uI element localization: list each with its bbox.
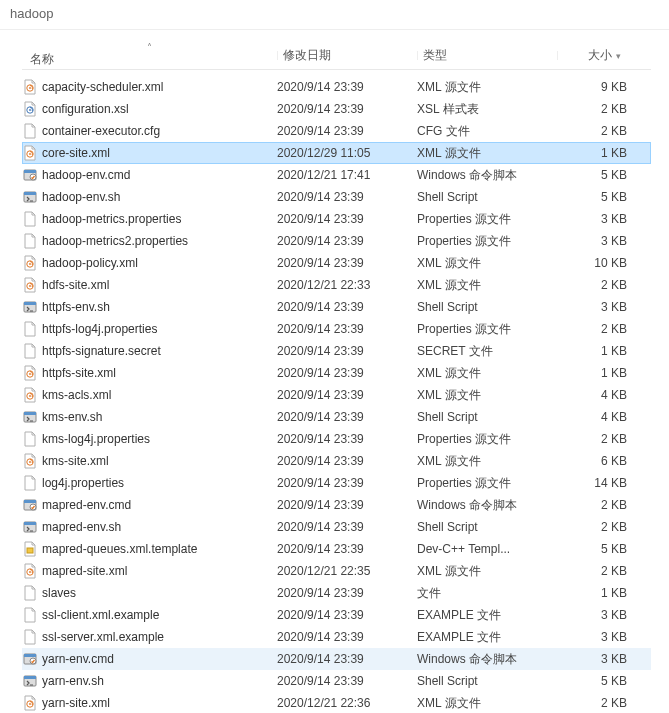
file-name-cell: hadoop-policy.xml [22, 255, 277, 271]
file-explorer-window: hadoop ˄ 名称 修改日期 类型 大小▾ capacity-schedul… [0, 0, 669, 713]
file-row[interactable]: hadoop-metrics.properties2020/9/14 23:39… [22, 208, 651, 230]
file-type: Shell Script [417, 190, 557, 204]
file-name: configuration.xsl [42, 102, 129, 116]
file-row[interactable]: capacity-scheduler.xml2020/9/14 23:39XML… [22, 76, 651, 98]
file-row[interactable]: hdfs-site.xml2020/12/21 22:33XML 源文件2 KB [22, 274, 651, 296]
file-type: Dev-C++ Templ... [417, 542, 557, 556]
file-size: 2 KB [557, 278, 627, 292]
column-header-size-label: 大小 [588, 47, 612, 64]
file-size: 1 KB [557, 146, 627, 160]
xml-file-icon [22, 145, 38, 161]
xml-file-icon [22, 79, 38, 95]
file-name: httpfs-site.xml [42, 366, 116, 380]
file-size: 5 KB [557, 542, 627, 556]
file-name-cell: slaves [22, 585, 277, 601]
file-name-cell: kms-acls.xml [22, 387, 277, 403]
breadcrumb[interactable]: hadoop [0, 0, 669, 30]
file-name: yarn-env.cmd [42, 652, 114, 666]
file-row[interactable]: kms-acls.xml2020/9/14 23:39XML 源文件4 KB [22, 384, 651, 406]
file-name: httpfs-signature.secret [42, 344, 161, 358]
column-header-type[interactable]: 类型 [417, 47, 557, 64]
file-size: 2 KB [557, 520, 627, 534]
xml-file-icon [22, 695, 38, 711]
file-row[interactable]: ssl-client.xml.example2020/9/14 23:39EXA… [22, 604, 651, 626]
column-header-date[interactable]: 修改日期 [277, 47, 417, 64]
file-name: kms-log4j.properties [42, 432, 150, 446]
file-name: mapred-env.cmd [42, 498, 131, 512]
file-size: 2 KB [557, 696, 627, 710]
file-name: hadoop-policy.xml [42, 256, 138, 270]
file-name-cell: yarn-env.cmd [22, 651, 277, 667]
file-date: 2020/12/21 22:36 [277, 696, 417, 710]
file-row[interactable]: httpfs-signature.secret2020/9/14 23:39SE… [22, 340, 651, 362]
file-row[interactable]: ssl-server.xml.example2020/9/14 23:39EXA… [22, 626, 651, 648]
breadcrumb-folder: hadoop [10, 6, 53, 21]
file-type: Shell Script [417, 520, 557, 534]
file-size: 10 KB [557, 256, 627, 270]
file-size: 2 KB [557, 564, 627, 578]
file-name-cell: configuration.xsl [22, 101, 277, 117]
file-row[interactable]: slaves2020/9/14 23:39文件1 KB [22, 582, 651, 604]
file-date: 2020/9/14 23:39 [277, 124, 417, 138]
file-name-cell: hadoop-env.cmd [22, 167, 277, 183]
file-name: hadoop-metrics.properties [42, 212, 181, 226]
file-row[interactable]: httpfs-log4j.properties2020/9/14 23:39Pr… [22, 318, 651, 340]
file-row[interactable]: mapred-queues.xml.template2020/9/14 23:3… [22, 538, 651, 560]
file-row[interactable]: hadoop-policy.xml2020/9/14 23:39XML 源文件1… [22, 252, 651, 274]
file-row[interactable]: hadoop-env.sh2020/9/14 23:39Shell Script… [22, 186, 651, 208]
file-list-pane: ˄ 名称 修改日期 类型 大小▾ capacity-scheduler.xml2… [0, 30, 669, 713]
file-row[interactable]: hadoop-metrics2.properties2020/9/14 23:3… [22, 230, 651, 252]
file-size: 3 KB [557, 630, 627, 644]
file-size: 2 KB [557, 124, 627, 138]
file-type: Windows 命令脚本 [417, 651, 557, 668]
file-name: mapred-site.xml [42, 564, 127, 578]
file-type: Shell Script [417, 300, 557, 314]
file-date: 2020/9/14 23:39 [277, 102, 417, 116]
file-icon [22, 321, 38, 337]
file-name: mapred-env.sh [42, 520, 121, 534]
file-row[interactable]: kms-env.sh2020/9/14 23:39Shell Script4 K… [22, 406, 651, 428]
file-row[interactable]: mapred-env.sh2020/9/14 23:39Shell Script… [22, 516, 651, 538]
sh-file-icon [22, 519, 38, 535]
file-name-cell: ssl-client.xml.example [22, 607, 277, 623]
file-date: 2020/12/29 11:05 [277, 146, 417, 160]
file-row[interactable]: yarn-env.cmd2020/9/14 23:39Windows 命令脚本3… [22, 648, 651, 670]
file-type: CFG 文件 [417, 123, 557, 140]
file-type: XML 源文件 [417, 365, 557, 382]
file-row[interactable]: container-executor.cfg2020/9/14 23:39CFG… [22, 120, 651, 142]
file-name-cell: container-executor.cfg [22, 123, 277, 139]
file-name: hdfs-site.xml [42, 278, 109, 292]
file-date: 2020/12/21 22:35 [277, 564, 417, 578]
file-date: 2020/9/14 23:39 [277, 608, 417, 622]
file-name-cell: core-site.xml [22, 145, 277, 161]
column-header-size[interactable]: 大小▾ [557, 47, 627, 64]
file-row[interactable]: kms-site.xml2020/9/14 23:39XML 源文件6 KB [22, 450, 651, 472]
file-row[interactable]: hadoop-env.cmd2020/12/21 17:41Windows 命令… [22, 164, 651, 186]
file-row[interactable]: configuration.xsl2020/9/14 23:39XSL 样式表2… [22, 98, 651, 120]
file-type: XML 源文件 [417, 563, 557, 580]
dropdown-icon: ▾ [616, 51, 621, 61]
file-row[interactable]: mapred-env.cmd2020/9/14 23:39Windows 命令脚… [22, 494, 651, 516]
file-type: Shell Script [417, 674, 557, 688]
file-type: Properties 源文件 [417, 475, 557, 492]
file-name-cell: kms-log4j.properties [22, 431, 277, 447]
file-date: 2020/9/14 23:39 [277, 410, 417, 424]
file-row[interactable]: httpfs-env.sh2020/9/14 23:39Shell Script… [22, 296, 651, 318]
file-name: hadoop-env.cmd [42, 168, 131, 182]
cmd-file-icon [22, 497, 38, 513]
file-icon [22, 475, 38, 491]
file-date: 2020/9/14 23:39 [277, 322, 417, 336]
file-name: slaves [42, 586, 76, 600]
file-row[interactable]: kms-log4j.properties2020/9/14 23:39Prope… [22, 428, 651, 450]
file-row[interactable]: httpfs-site.xml2020/9/14 23:39XML 源文件1 K… [22, 362, 651, 384]
file-row[interactable]: log4j.properties2020/9/14 23:39Propertie… [22, 472, 651, 494]
xml-file-icon [22, 277, 38, 293]
file-icon [22, 431, 38, 447]
file-date: 2020/9/14 23:39 [277, 300, 417, 314]
file-row[interactable]: yarn-site.xml2020/12/21 22:36XML 源文件2 KB [22, 692, 651, 713]
column-header-name[interactable]: ˄ 名称 [22, 43, 277, 68]
file-row[interactable]: yarn-env.sh2020/9/14 23:39Shell Script5 … [22, 670, 651, 692]
file-row[interactable]: core-site.xml2020/12/29 11:05XML 源文件1 KB [22, 142, 651, 164]
file-icon [22, 629, 38, 645]
file-row[interactable]: mapred-site.xml2020/12/21 22:35XML 源文件2 … [22, 560, 651, 582]
